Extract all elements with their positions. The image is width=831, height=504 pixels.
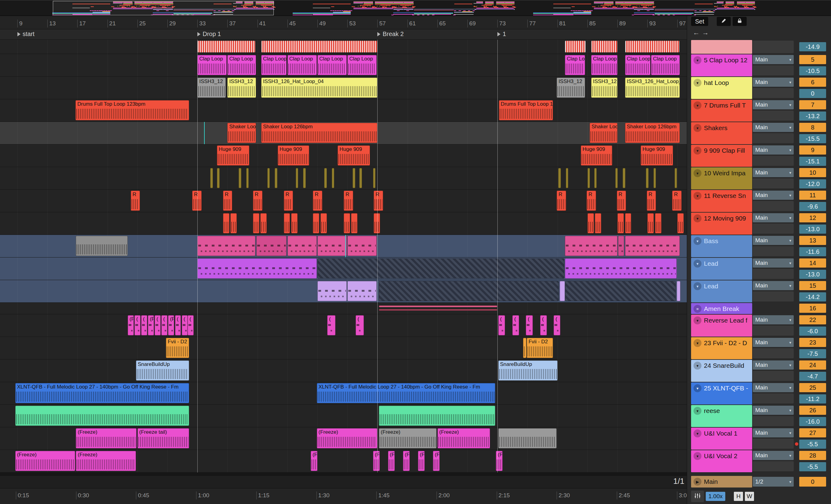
track-number-badge[interactable]: 15 <box>799 281 826 290</box>
clip[interactable]: ( <box>498 315 505 335</box>
clip[interactable]: R <box>192 190 202 211</box>
output-routing-select[interactable]: Main▾ <box>753 236 794 245</box>
track-number-badge[interactable]: 27 <box>799 428 826 437</box>
clip[interactable]: Shaker Loop 126bpm <box>227 123 256 143</box>
clip[interactable]: Shaker Loop 126bpm <box>625 123 680 143</box>
locator-break-2[interactable]: Break 2 <box>377 31 404 37</box>
clip[interactable]: Clap Loop <box>287 55 317 75</box>
clip[interactable] <box>374 213 380 233</box>
clip[interactable]: (Freeze) <box>496 451 503 471</box>
bar-number[interactable]: 89 <box>618 20 626 28</box>
clip[interactable]: R <box>557 190 566 211</box>
track-volume-badge[interactable]: -10.5 <box>799 66 826 76</box>
clip[interactable] <box>618 236 624 256</box>
clip[interactable] <box>677 281 680 301</box>
track-number-badge[interactable]: 22 <box>799 315 826 324</box>
track-header[interactable]: ▾Lead <box>691 258 752 280</box>
track-volume-badge[interactable]: -5.5 <box>799 462 826 471</box>
clip[interactable] <box>588 168 590 188</box>
clip[interactable] <box>498 428 557 448</box>
track-volume-badge[interactable]: -16.0 <box>799 417 826 426</box>
clip[interactable] <box>560 281 565 301</box>
horizontal-scrollbar[interactable] <box>0 473 687 476</box>
clip[interactable]: Clap Loop <box>317 55 347 75</box>
clip[interactable] <box>313 213 319 233</box>
output-routing-select[interactable]: Main▾ <box>753 259 794 268</box>
track-header[interactable]: ▾7 Drums Full T <box>691 99 752 122</box>
clip[interactable]: Huge 909 <box>217 145 249 166</box>
output-routing-select[interactable]: Main▾ <box>753 406 794 415</box>
clip[interactable]: ( <box>188 315 194 335</box>
time-label[interactable]: 2:45 <box>617 492 630 499</box>
clip[interactable] <box>655 213 661 233</box>
clip[interactable]: Huge 909 <box>581 145 612 166</box>
clip[interactable]: ( <box>355 315 364 335</box>
time-ruler[interactable]: 0:150:300:451:001:151:301:452:002:152:30… <box>0 488 687 504</box>
track-volume-badge[interactable]: -11.2 <box>799 394 826 404</box>
clip[interactable] <box>623 168 625 188</box>
track-number-badge[interactable]: 24 <box>799 360 826 369</box>
bar-number[interactable]: 57 <box>377 20 385 28</box>
clip[interactable] <box>558 168 561 188</box>
clip[interactable] <box>291 213 297 233</box>
clip[interactable] <box>615 168 618 188</box>
clip[interactable]: Clap Loop <box>261 55 287 75</box>
clip[interactable] <box>594 168 597 188</box>
clip[interactable] <box>347 281 377 301</box>
clip[interactable]: Shaker Loop 126bpm <box>590 123 618 143</box>
track-volume-badge[interactable]: -14.9 <box>799 42 826 51</box>
track-volume-badge[interactable]: -11.6 <box>799 247 826 256</box>
clip[interactable] <box>303 168 306 188</box>
bar-ruler[interactable]: 9131721252933374145495357616569737781858… <box>0 16 687 29</box>
fold-track-icon[interactable]: ▾ <box>693 169 701 177</box>
time-label[interactable]: 1:30 <box>316 492 329 499</box>
track-volume-badge[interactable]: -4.7 <box>799 372 826 381</box>
track-header[interactable]: ▾reese <box>691 405 752 427</box>
clip[interactable]: ( <box>161 315 167 335</box>
overview-viewport[interactable] <box>53 1 274 15</box>
fold-track-icon[interactable]: ▾ <box>693 192 701 200</box>
clip[interactable]: (F <box>168 315 174 335</box>
output-routing-select[interactable]: Main▾ <box>753 315 794 324</box>
clip[interactable]: ISSH3_12 <box>227 78 256 98</box>
bar-number[interactable]: 49 <box>317 20 326 28</box>
clip[interactable]: Drums Full Top Loop 123bpm <box>499 100 553 120</box>
fold-track-icon[interactable]: ▾ <box>693 79 701 87</box>
zoom-level-field[interactable]: 1.00x <box>706 492 725 501</box>
bar-number[interactable]: 33 <box>197 20 206 28</box>
output-routing-select[interactable]: Main▾ <box>753 338 794 347</box>
fold-track-icon[interactable]: ▾ <box>693 317 701 324</box>
clip[interactable] <box>238 168 241 188</box>
clip[interactable] <box>246 168 249 188</box>
track-header[interactable]: ▾Reverse Lead f <box>691 315 752 336</box>
clip[interactable] <box>320 213 327 233</box>
clip[interactable] <box>275 168 278 188</box>
arrangement-overview[interactable] <box>0 0 831 16</box>
time-label[interactable]: 0:45 <box>136 492 149 499</box>
fold-track-icon[interactable]: ▾ <box>693 384 701 392</box>
fold-track-icon[interactable]: ▾ <box>693 101 701 109</box>
clip[interactable] <box>253 213 259 233</box>
clip[interactable]: SnareBuildUp <box>498 360 557 381</box>
clip[interactable]: ( <box>327 315 336 335</box>
clip[interactable]: (Freeze) <box>388 451 395 471</box>
clip[interactable]: ISSH3_126_Hat_Loop_04 <box>261 78 378 98</box>
clip[interactable] <box>648 213 654 233</box>
clip[interactable]: Huge 909 <box>338 145 370 166</box>
track-volume-badge[interactable]: -15.1 <box>799 157 826 166</box>
clip[interactable] <box>344 213 350 233</box>
master-routing-select[interactable]: 1/2 ▾ <box>753 477 794 486</box>
clip[interactable]: ( <box>512 315 519 335</box>
track-volume-badge[interactable]: -6.0 <box>799 327 826 336</box>
clip[interactable]: R <box>223 190 232 211</box>
bar-number[interactable]: 17 <box>77 20 86 28</box>
clip[interactable] <box>347 236 377 256</box>
output-routing-select[interactable]: Main▾ <box>753 213 794 223</box>
clip[interactable]: ( <box>182 315 188 335</box>
bar-number[interactable]: 81 <box>557 20 566 28</box>
master-track-header[interactable]: ▶ Main <box>691 476 752 487</box>
bar-number[interactable]: 77 <box>527 20 536 28</box>
track-header[interactable]: ▾U&I Vocal 1 <box>691 427 752 450</box>
track-number-badge[interactable]: 5 <box>799 55 826 64</box>
output-routing-select[interactable]: Main▾ <box>753 383 794 392</box>
